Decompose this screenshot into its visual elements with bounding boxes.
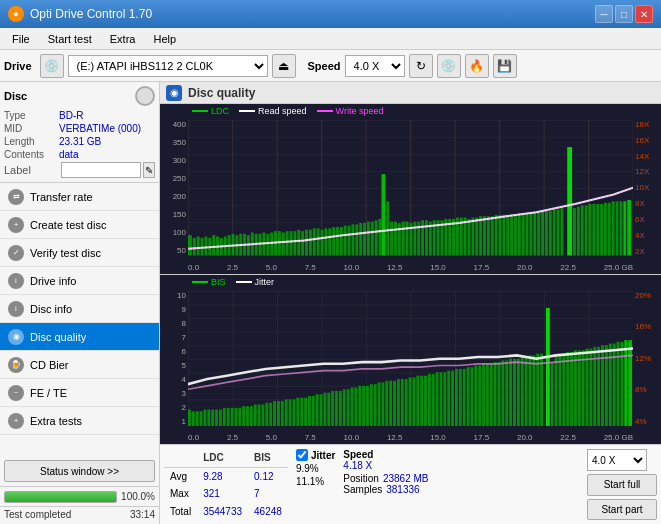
svg-rect-50 (324, 228, 327, 255)
burn-button[interactable]: 🔥 (465, 54, 489, 78)
minimize-button[interactable]: ─ (595, 5, 613, 23)
speed-select[interactable]: 4.0 X (345, 55, 405, 77)
title-controls: ─ □ ✕ (595, 5, 653, 23)
read-speed-color (239, 110, 255, 112)
disc-contents-row: Contents data (4, 149, 155, 160)
start-full-button[interactable]: Start full (587, 474, 657, 496)
total-bis: 46248 (248, 503, 288, 520)
disc-button[interactable]: 💿 (437, 54, 461, 78)
svg-rect-103 (537, 212, 540, 255)
sidebar-item-drive-info[interactable]: i Drive info (0, 267, 159, 295)
sidebar-item-disc-quality[interactable]: ◉ Disc quality (0, 323, 159, 351)
drive-select[interactable]: (E:) ATAPI iHBS112 2 CL0K (68, 55, 268, 77)
svg-rect-229 (582, 350, 585, 426)
svg-rect-211 (546, 307, 550, 426)
max-label: Max (164, 485, 197, 502)
status-window-button[interactable]: Status window >> (4, 460, 155, 482)
svg-rect-182 (397, 379, 400, 426)
label-input[interactable] (61, 162, 141, 178)
svg-rect-57 (351, 224, 354, 255)
svg-rect-225 (566, 351, 569, 426)
svg-rect-65 (390, 222, 393, 256)
sidebar-item-cd-bier[interactable]: 🍺 CD Bier (0, 351, 159, 379)
jitter-checkbox[interactable] (296, 449, 308, 461)
svg-rect-124 (623, 201, 626, 255)
menu-start-test[interactable]: Start test (40, 31, 100, 47)
start-part-button[interactable]: Start part (587, 499, 657, 521)
sidebar-item-disc-info[interactable]: i Disc info (0, 295, 159, 323)
bis-color (192, 281, 208, 283)
svg-rect-108 (557, 209, 560, 255)
svg-rect-173 (362, 385, 365, 426)
disc-length-row: Length 23.31 GB (4, 136, 155, 147)
title-bar: ● Opti Drive Control 1.70 ─ □ ✕ (0, 0, 661, 28)
speed-dropdown[interactable]: 4.0 X (587, 449, 647, 471)
svg-rect-204 (482, 363, 485, 426)
svg-rect-145 (254, 404, 257, 426)
action-row-1: 4.0 X (587, 449, 657, 471)
svg-rect-175 (370, 384, 373, 426)
maximize-button[interactable]: □ (615, 5, 633, 23)
svg-rect-176 (374, 384, 377, 426)
svg-rect-56 (348, 226, 351, 256)
transfer-rate-icon: ⇄ (8, 189, 24, 205)
disc-info-icon: i (8, 301, 24, 317)
menu-help[interactable]: Help (145, 31, 184, 47)
label-btn[interactable]: ✎ (143, 162, 155, 178)
svg-rect-66 (394, 222, 397, 256)
refresh-button[interactable]: ↻ (409, 54, 433, 78)
menu-file[interactable]: File (4, 31, 38, 47)
svg-rect-223 (559, 353, 562, 426)
svg-rect-133 (207, 409, 210, 426)
svg-rect-231 (589, 348, 592, 426)
svg-rect-88 (479, 216, 482, 255)
speed-label: Speed (308, 60, 341, 72)
sidebar-item-extra-tests[interactable]: + Extra tests (0, 407, 159, 435)
svg-rect-143 (246, 406, 249, 426)
svg-rect-99 (522, 213, 525, 255)
svg-rect-139 (231, 407, 234, 426)
svg-rect-140 (234, 407, 237, 426)
status-message: Test completed (4, 509, 71, 524)
nav-label: Disc quality (30, 331, 86, 343)
svg-rect-49 (321, 230, 324, 256)
sidebar-item-transfer-rate[interactable]: ⇄ Transfer rate (0, 183, 159, 211)
bottom-y-axis-right: 20% 16% 12% 8% 4% (633, 291, 661, 427)
svg-rect-54 (340, 227, 343, 255)
sidebar-item-fe-te[interactable]: ~ FE / TE (0, 379, 159, 407)
chart-icon: ◉ (166, 85, 182, 101)
svg-rect-14 (193, 238, 196, 256)
sidebar-item-verify-test-disc[interactable]: ✓ Verify test disc (0, 239, 159, 267)
svg-rect-177 (378, 382, 381, 426)
bottom-y-axis-left: 10 9 8 7 6 5 4 3 2 1 (160, 291, 188, 427)
svg-rect-148 (265, 402, 268, 426)
save-button[interactable]: 💾 (493, 54, 517, 78)
svg-rect-109 (560, 208, 563, 255)
svg-rect-38 (286, 231, 289, 255)
svg-rect-199 (463, 368, 466, 426)
bottom-chart-legend: BIS Jitter (192, 277, 274, 287)
chart-title: Disc quality (188, 86, 255, 100)
svg-rect-121 (612, 201, 615, 255)
svg-rect-43 (297, 230, 300, 256)
svg-rect-181 (393, 380, 396, 426)
svg-rect-240 (624, 340, 627, 426)
svg-rect-89 (483, 216, 486, 255)
stats-header-row: LDC BIS (164, 449, 288, 467)
sidebar-item-create-test-disc[interactable]: + Create test disc (0, 211, 159, 239)
title-bar-left: ● Opti Drive Control 1.70 (8, 6, 152, 22)
svg-rect-195 (447, 370, 450, 426)
svg-rect-95 (506, 215, 509, 256)
close-button[interactable]: ✕ (635, 5, 653, 23)
svg-rect-197 (455, 368, 458, 426)
svg-rect-239 (620, 341, 623, 426)
jitter-label: Jitter (255, 277, 275, 287)
disc-type-row: Type BD-R (4, 110, 155, 121)
menu-extra[interactable]: Extra (102, 31, 144, 47)
bottom-x-axis: 0.0 2.5 5.0 7.5 10.0 12.5 15.0 17.5 20.0… (188, 433, 633, 442)
eject-button[interactable]: ⏏ (272, 54, 296, 78)
svg-rect-113 (581, 205, 584, 255)
main-layout: Disc Type BD-R MID VERBATIMe (000) Lengt… (0, 82, 661, 524)
disc-section: Disc Type BD-R MID VERBATIMe (000) Lengt… (0, 82, 159, 183)
svg-rect-51 (328, 228, 331, 255)
